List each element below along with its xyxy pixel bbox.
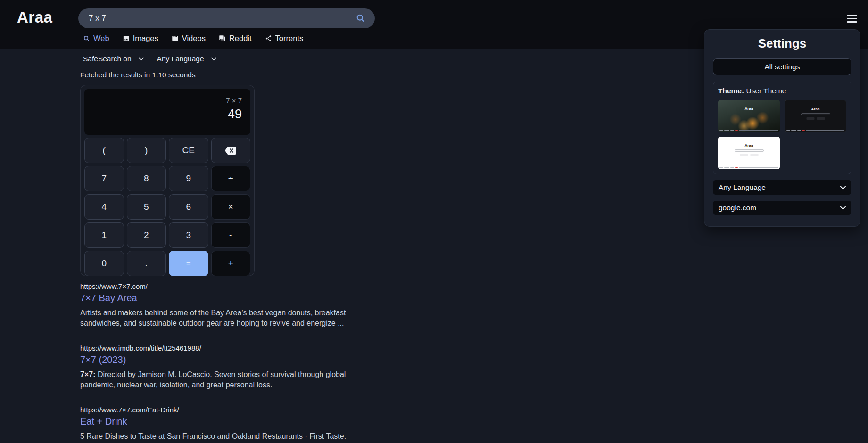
web-search-icon <box>83 35 90 42</box>
search-bar <box>78 8 375 28</box>
result-description: Artists and makers behind some of the Ba… <box>80 308 360 328</box>
app-logo[interactable]: Araa <box>17 8 52 26</box>
tab-reddit[interactable]: Reddit <box>219 34 252 43</box>
calculator-widget: 7 × 7 49 ( ) CE 7 8 9 ÷ 4 5 6 × 1 2 3 - … <box>80 85 255 276</box>
settings-engine-select[interactable]: google.com <box>713 201 851 215</box>
forum-icon <box>219 35 226 42</box>
result-title-link[interactable]: 7×7 Bay Area <box>80 293 368 304</box>
result-description: 5 Rare Dishes to Taste at San Francisco … <box>80 431 360 443</box>
chevron-down-icon <box>840 206 846 210</box>
calc-backspace-button[interactable] <box>211 138 251 163</box>
settings-title: Settings <box>704 36 860 51</box>
calc-3-button[interactable]: 3 <box>169 222 208 248</box>
tab-web-label: Web <box>93 34 109 43</box>
mini-search-bar <box>801 113 830 115</box>
chevron-down-icon <box>840 186 846 189</box>
calc-open-paren-button[interactable]: ( <box>84 138 124 163</box>
search-result: https://www.imdb.com/title/tt25461988/ 7… <box>80 344 368 390</box>
theme-thumbnails: Araa Araa Araa <box>718 100 846 169</box>
tab-torrents-label: Torrents <box>275 34 304 43</box>
calc-close-paren-button[interactable]: ) <box>127 138 166 163</box>
calc-0-button[interactable]: 0 <box>84 251 124 276</box>
mini-buttons <box>740 154 758 156</box>
safesearch-label: SafeSearch on <box>83 55 132 63</box>
theme-label: Theme: User Theme <box>718 87 846 95</box>
share-icon <box>265 35 272 42</box>
calc-9-button[interactable]: 9 <box>169 166 208 191</box>
mini-footer <box>719 130 778 131</box>
calc-divide-button[interactable]: ÷ <box>211 166 251 191</box>
chevron-down-icon <box>211 57 216 61</box>
tab-web[interactable]: Web <box>83 34 109 43</box>
search-result: https://www.7×7.com/Eat-Drink/ Eat + Dri… <box>80 406 368 443</box>
tab-videos-label: Videos <box>182 34 206 43</box>
result-url: https://www.7×7.com/ <box>80 282 368 290</box>
mini-search-bar <box>735 149 764 152</box>
calc-plus-button[interactable]: + <box>211 251 251 276</box>
fetch-time-status: Fetched the results in 1.10 seconds <box>80 71 196 79</box>
calculator-display: 7 × 7 49 <box>84 89 250 135</box>
result-url: https://www.7×7.com/Eat-Drink/ <box>80 406 368 414</box>
search-result: https://www.7×7.com/ 7×7 Bay Area Artist… <box>80 282 368 328</box>
safesearch-dropdown[interactable]: SafeSearch on <box>83 55 144 63</box>
calc-1-button[interactable]: 1 <box>84 222 124 248</box>
mini-logo: Araa <box>785 107 846 111</box>
tab-reddit-label: Reddit <box>229 34 252 43</box>
mini-footer <box>786 129 844 131</box>
menu-icon[interactable] <box>847 15 857 23</box>
calc-4-button[interactable]: 4 <box>84 194 124 220</box>
settings-language-select[interactable]: Any Language <box>713 180 851 195</box>
language-dropdown[interactable]: Any Language <box>157 55 216 63</box>
calc-6-button[interactable]: 6 <box>169 194 208 220</box>
search-category-tabs: Web Images Videos Reddi <box>83 34 303 43</box>
calc-multiply-button[interactable]: × <box>211 194 251 220</box>
calc-equals-button[interactable]: = <box>169 251 208 276</box>
result-url: https://www.imdb.com/title/tt25461988/ <box>80 344 368 352</box>
language-label: Any Language <box>157 55 204 63</box>
video-icon <box>172 35 179 42</box>
result-description: 7×7: Directed by Jamison M. LoCascio. Se… <box>80 369 360 390</box>
calc-5-button[interactable]: 5 <box>127 194 166 220</box>
tab-images-label: Images <box>133 34 158 43</box>
mini-logo: Araa <box>718 107 780 111</box>
settings-panel: Settings All settings Theme: User Theme … <box>704 29 860 227</box>
calc-clear-button[interactable]: CE <box>169 138 208 163</box>
calc-minus-button[interactable]: - <box>211 222 251 248</box>
mini-footer <box>719 166 778 168</box>
calc-2-button[interactable]: 2 <box>127 222 166 248</box>
search-results: https://www.7×7.com/ 7×7 Bay Area Artist… <box>80 282 368 443</box>
result-title-link[interactable]: Eat + Drink <box>80 416 368 427</box>
theme-section: Theme: User Theme Araa Araa Araa <box>713 82 851 174</box>
theme-thumbnail-light[interactable]: Araa <box>718 137 780 169</box>
tab-images[interactable]: Images <box>123 34 158 43</box>
theme-thumbnail-dark[interactable]: Araa <box>785 100 846 132</box>
all-settings-button[interactable]: All settings <box>713 58 851 75</box>
mini-logo: Araa <box>718 143 780 148</box>
search-icon[interactable] <box>355 13 365 25</box>
calculator-expression: 7 × 7 <box>84 97 242 105</box>
result-title-link[interactable]: 7×7 (2023) <box>80 354 368 365</box>
mini-buttons <box>806 117 825 120</box>
backspace-icon <box>224 146 237 155</box>
calc-decimal-button[interactable]: . <box>127 251 166 276</box>
tab-videos[interactable]: Videos <box>172 34 206 43</box>
calc-7-button[interactable]: 7 <box>84 166 124 191</box>
calculator-keypad: ( ) CE 7 8 9 ÷ 4 5 6 × 1 2 3 - 0 . = + <box>84 138 250 276</box>
filter-row: SafeSearch on Any Language <box>83 55 216 63</box>
calc-8-button[interactable]: 8 <box>127 166 166 191</box>
chevron-down-icon <box>139 57 144 61</box>
image-icon <box>123 35 130 42</box>
theme-thumbnail-image[interactable]: Araa <box>718 100 780 132</box>
calculator-result: 49 <box>84 107 242 122</box>
tab-torrents[interactable]: Torrents <box>265 34 304 43</box>
search-input[interactable] <box>78 8 375 28</box>
